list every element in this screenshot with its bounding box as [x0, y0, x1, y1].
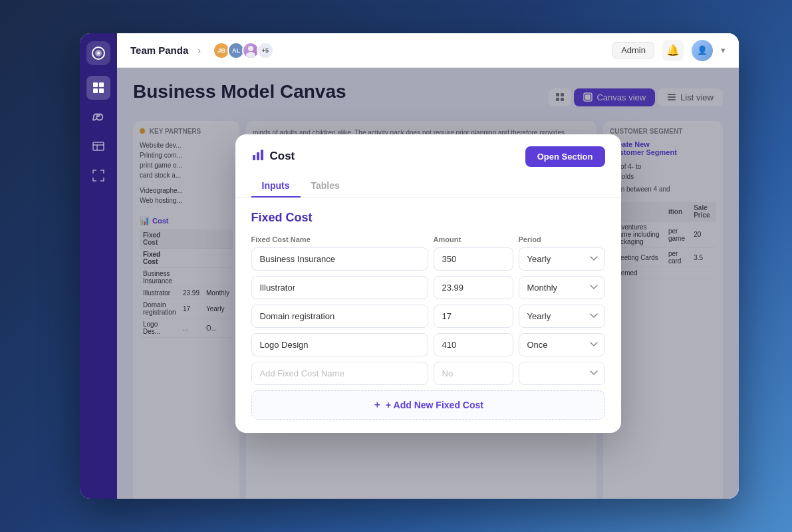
open-section-button[interactable]: Open Section — [525, 146, 605, 167]
modal-title: Cost — [270, 150, 295, 163]
svg-rect-21 — [253, 155, 255, 160]
select-period-logo[interactable]: Yearly Monthly Once Weekly — [519, 333, 605, 356]
svg-rect-22 — [257, 152, 259, 160]
fixed-cost-title: Fixed Cost — [251, 211, 605, 225]
select-period-domain[interactable]: Yearly Monthly Once Weekly — [519, 305, 605, 328]
input-name-business-insurance[interactable] — [251, 247, 428, 271]
cost-chart-icon — [251, 148, 265, 165]
svg-point-11 — [246, 52, 255, 58]
admin-button[interactable]: Admin — [612, 42, 654, 59]
sidebar-item-layout[interactable] — [86, 134, 110, 158]
input-name-logo[interactable] — [251, 333, 428, 356]
svg-point-2 — [97, 52, 100, 55]
input-amount-business-insurance[interactable] — [434, 247, 513, 271]
team-name[interactable]: Team Panda — [130, 45, 188, 56]
input-amount-logo[interactable] — [434, 333, 513, 356]
header-period: Period — [519, 235, 605, 243]
cost-row-empty: Yearly Monthly Once — [251, 362, 605, 385]
svg-rect-6 — [99, 88, 104, 93]
svg-rect-7 — [93, 142, 104, 150]
cost-row-domain: Yearly Monthly Once Weekly — [251, 305, 605, 328]
avatar-extra[interactable]: +5 — [257, 42, 274, 59]
chevron-icon: › — [198, 45, 201, 56]
sidebar — [80, 33, 117, 499]
app-logo[interactable] — [86, 41, 110, 65]
input-name-empty[interactable] — [251, 362, 428, 385]
cost-row-business-insurance: Yearly Monthly Once Weekly — [251, 247, 605, 271]
cost-row-illustrator: Yearly Monthly Once Weekly — [251, 276, 605, 299]
modal-title-row: Cost — [251, 148, 295, 165]
avatar-group: JB AL +5 — [215, 42, 274, 59]
main-content: Team Panda › JB AL +5 Admin 🔔 👤 ▾ Busine… — [117, 33, 739, 499]
input-amount-domain[interactable] — [434, 305, 513, 328]
cost-modal: Cost Open Section Inputs Tables — [235, 134, 621, 433]
user-menu-chevron[interactable]: ▾ — [721, 45, 726, 55]
select-period-business-insurance[interactable]: Yearly Monthly Once Weekly — [519, 247, 605, 271]
tab-tables[interactable]: Tables — [301, 175, 350, 198]
notification-button[interactable]: 🔔 — [662, 40, 684, 61]
modal-tabs: Inputs Tables — [235, 167, 621, 198]
add-icon: ＋ — [372, 399, 382, 411]
cost-table-headers: Fixed Cost Name Amount Period — [251, 235, 605, 243]
header-amount: Amount — [434, 235, 513, 243]
svg-rect-23 — [261, 150, 263, 160]
sidebar-item-infinity[interactable] — [86, 105, 110, 129]
svg-rect-3 — [93, 82, 98, 87]
select-period-empty[interactable]: Yearly Monthly Once — [519, 362, 605, 385]
input-amount-empty[interactable] — [434, 362, 513, 385]
modal-overlay[interactable]: Cost Open Section Inputs Tables — [117, 68, 739, 499]
tab-inputs[interactable]: Inputs — [251, 175, 301, 198]
svg-point-10 — [248, 46, 253, 51]
page-content: Business Model Canvas Canvas view List v… — [117, 68, 739, 499]
svg-rect-5 — [93, 88, 98, 93]
sidebar-item-grid[interactable] — [86, 76, 110, 100]
modal-body: Fixed Cost Fixed Cost Name Amount Period — [235, 198, 621, 433]
input-name-illustrator[interactable] — [251, 276, 428, 299]
add-fixed-cost-button[interactable]: ＋ + Add New Fixed Cost — [251, 390, 605, 420]
user-avatar[interactable]: 👤 — [692, 40, 713, 61]
svg-rect-4 — [99, 82, 104, 87]
input-amount-illustrator[interactable] — [434, 276, 513, 299]
select-period-illustrator[interactable]: Yearly Monthly Once Weekly — [519, 276, 605, 299]
sidebar-item-expand[interactable] — [86, 164, 110, 188]
modal-header: Cost Open Section — [235, 134, 621, 167]
input-name-domain[interactable] — [251, 305, 428, 328]
topbar: Team Panda › JB AL +5 Admin 🔔 👤 ▾ — [117, 33, 739, 68]
header-name: Fixed Cost Name — [251, 235, 428, 243]
cost-row-logo: Yearly Monthly Once Weekly — [251, 333, 605, 356]
